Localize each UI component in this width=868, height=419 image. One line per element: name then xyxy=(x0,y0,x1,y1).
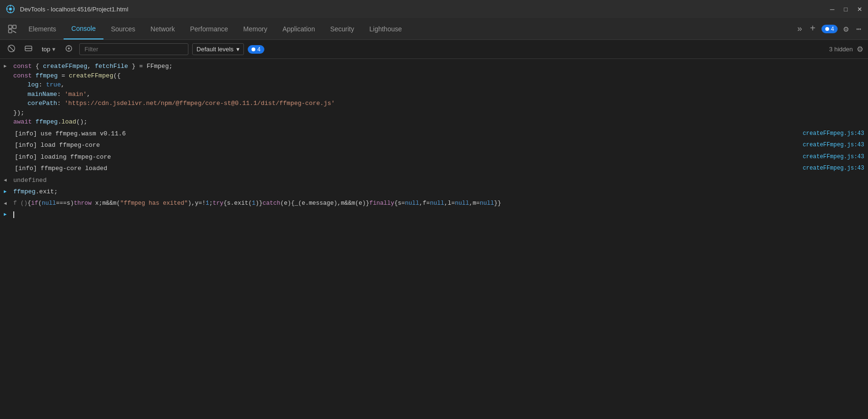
log-levels-dropdown[interactable]: Default levels ▾ xyxy=(192,43,244,55)
svg-rect-7 xyxy=(13,25,16,29)
tab-extras: » + 4 ⚙ ⋯ xyxy=(795,18,868,39)
input-prompt-2: ▶ xyxy=(4,210,13,218)
tab-bar: Elements Console Sources Network Perform… xyxy=(0,18,868,40)
svg-line-10 xyxy=(9,46,14,51)
message-count-badge[interactable]: 4 xyxy=(248,45,264,54)
clear-console-button[interactable] xyxy=(5,43,18,56)
input-line-1: ▶ ffmpeg.exit; xyxy=(0,186,868,198)
svg-point-14 xyxy=(68,48,70,49)
undefined-value: undefined xyxy=(13,176,864,185)
info-link-4[interactable]: createFFmpeg.js:43 xyxy=(793,164,864,172)
minimize-button[interactable]: ─ xyxy=(830,6,834,13)
tab-sources[interactable]: Sources xyxy=(103,18,143,39)
dropdown-arrow-icon: ▾ xyxy=(52,46,56,53)
more-tabs-button[interactable]: » xyxy=(795,22,804,36)
tab-application[interactable]: Application xyxy=(275,18,323,39)
info-link-2[interactable]: createFFmpeg.js:43 xyxy=(793,141,864,149)
info-line-1: [info] use ffmpeg.wasm v0.11.6 createFFm… xyxy=(0,128,868,140)
cursor xyxy=(13,211,14,218)
info-line-3: [info] loading ffmpeg-core createFFmpeg.… xyxy=(0,152,868,163)
active-input[interactable] xyxy=(13,210,864,219)
hidden-count: 3 hidden ⚙ xyxy=(829,45,863,54)
active-input-line[interactable]: ▶ xyxy=(0,209,868,221)
tab-cursor[interactable] xyxy=(4,18,21,39)
info-text-3: [info] loading ffmpeg-core xyxy=(15,152,793,162)
tab-network[interactable]: Network xyxy=(143,18,182,39)
toolbar-settings-icon[interactable]: ⚙ xyxy=(857,45,863,54)
more-options-icon[interactable]: ⋯ xyxy=(854,22,863,36)
devtools-icon xyxy=(6,4,15,14)
info-text-1: [info] use ffmpeg.wasm v0.11.6 xyxy=(15,129,793,139)
expand-arrow[interactable]: ▶ xyxy=(4,62,13,70)
titlebar: DevTools - localhost:4516/Project1.html … xyxy=(0,0,868,18)
info-link-3[interactable]: createFFmpeg.js:43 xyxy=(793,152,864,161)
context-selector[interactable]: top ▾ xyxy=(39,44,58,54)
svg-rect-8 xyxy=(9,29,12,33)
clear-messages-button[interactable] xyxy=(22,43,35,56)
info-line-4: [info] ffmpeg-core loaded createFFmpeg.j… xyxy=(0,163,868,175)
tab-performance[interactable]: Performance xyxy=(182,18,235,39)
levels-arrow-icon: ▾ xyxy=(236,46,240,53)
result-function: f (){if(null===s)throw x;m&&m("ffmpeg ha… xyxy=(13,199,864,208)
result-arrow-1: ◀ xyxy=(4,176,13,184)
input-prompt-1: ▶ xyxy=(4,187,13,195)
code-block-entry: ▶ const { createFFmpeg, fetchFile } = FF… xyxy=(0,61,868,128)
console-toolbar: top ▾ Default levels ▾ 4 3 hidden ⚙ xyxy=(0,40,868,59)
info-line-2: [info] load ffmpeg-core createFFmpeg.js:… xyxy=(0,140,868,152)
info-text-2: [info] load ffmpeg-core xyxy=(15,141,793,150)
svg-point-1 xyxy=(9,8,12,10)
top-label: top xyxy=(42,46,50,53)
settings-icon[interactable]: ⚙ xyxy=(841,22,850,36)
tab-console[interactable]: Console xyxy=(64,18,103,39)
issues-badge[interactable]: 4 xyxy=(821,25,838,33)
tab-lighthouse[interactable]: Lighthouse xyxy=(362,18,410,39)
info-text-4: [info] ffmpeg-core loaded xyxy=(15,164,793,173)
svg-rect-6 xyxy=(9,25,12,29)
window-controls: ─ □ ✕ xyxy=(830,6,862,13)
tab-elements[interactable]: Elements xyxy=(21,18,64,39)
console-output: ▶ const { createFFmpeg, fetchFile } = FF… xyxy=(0,59,868,419)
restore-button[interactable]: □ xyxy=(844,6,848,13)
watch-expression-button[interactable] xyxy=(62,43,75,56)
tab-memory[interactable]: Memory xyxy=(236,18,275,39)
result-expand: ◀ f (){if(null===s)throw x;m&&m("ffmpeg … xyxy=(0,198,868,210)
info-link-1[interactable]: createFFmpeg.js:43 xyxy=(793,129,864,138)
tab-security[interactable]: Security xyxy=(323,18,362,39)
window-title: DevTools - localhost:4516/Project1.html xyxy=(20,6,825,13)
code-content: const { createFFmpeg, fetchFile } = FFmp… xyxy=(13,62,864,127)
default-levels-label: Default levels xyxy=(196,46,233,53)
close-button[interactable]: ✕ xyxy=(857,6,862,13)
input-code-1: ffmpeg.exit; xyxy=(13,187,864,197)
add-tab-button[interactable]: + xyxy=(808,21,818,36)
filter-input[interactable] xyxy=(79,43,188,55)
result-expand-arrow[interactable]: ◀ xyxy=(4,199,13,207)
result-undefined: ◀ undefined xyxy=(0,175,868,187)
